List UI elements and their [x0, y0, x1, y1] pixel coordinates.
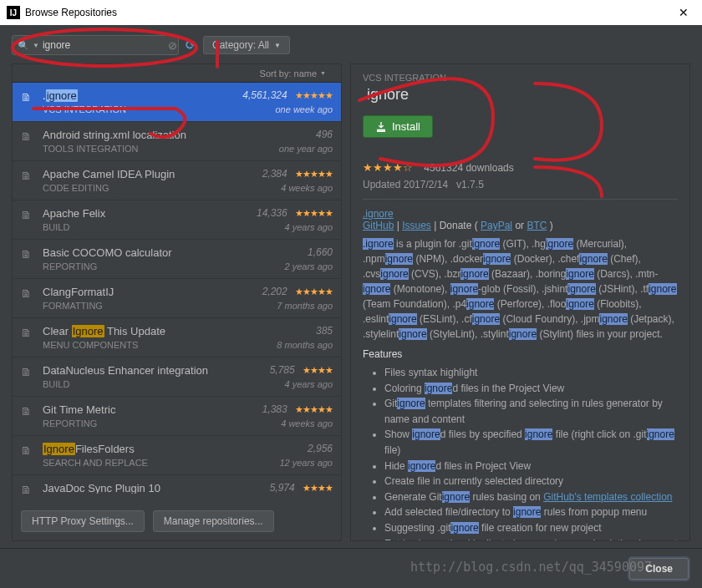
window-close-button[interactable]: ✕ — [672, 6, 695, 19]
item-name: ClangFormatIJ — [43, 286, 241, 298]
repository-list-item[interactable]: 🗎Android string.xml localizationTOOLS IN… — [13, 122, 341, 161]
feature-item: Gitignore templates filtering and select… — [384, 396, 678, 427]
item-downloads: 4,561,324 — [242, 89, 287, 101]
item-name: Apache Camel IDEA Plugin — [43, 168, 241, 180]
repository-list-item[interactable]: 🗎Basic COCOMO calculatorREPORTING1,6602 … — [13, 240, 341, 279]
install-button[interactable]: Install — [363, 115, 433, 138]
item-category: REPORTING — [43, 418, 241, 428]
item-name: Clear Ignore This Update — [43, 325, 241, 337]
item-category: FORMATTING — [43, 301, 241, 311]
http-proxy-button[interactable]: HTTP Proxy Settings... — [21, 510, 145, 532]
item-downloads: 14,336 — [257, 207, 287, 219]
repository-list-item[interactable]: 🗎IgnoreFilesFoldersSEARCH AND REPLACE2,9… — [13, 436, 341, 475]
feature-item: Create file in currently selected direct… — [384, 474, 678, 489]
item-name: DataNucleus Enhancer integration — [43, 364, 241, 377]
download-icon — [375, 121, 387, 133]
plugin-icon: 🗎 — [21, 248, 36, 271]
item-date: 8 months ago — [241, 340, 333, 350]
title-bar: IJ Browse Repositories ✕ — [0, 0, 702, 25]
feature-item: Entries inspection (duplicated, covered,… — [384, 536, 678, 541]
plugin-icon: 🗎 — [21, 130, 36, 154]
chevron-down-icon[interactable]: ▼ — [33, 42, 39, 49]
item-downloads: 496 — [316, 129, 333, 140]
detail-category: VCS INTEGRATION — [363, 73, 678, 83]
item-category: CODE EDITING — [43, 183, 241, 193]
item-date: 7 months ago — [241, 301, 333, 311]
close-button[interactable]: Close — [629, 558, 689, 580]
item-name: JavaDoc Sync Plugin 10 — [43, 482, 241, 494]
search-input[interactable] — [43, 39, 168, 51]
item-stars: ★★★★★ — [295, 286, 333, 297]
repository-list-item[interactable]: 🗎DataNucleus Enhancer integrationBUILD5,… — [13, 357, 341, 397]
app-logo-icon: IJ — [7, 6, 20, 19]
item-category: BUILD — [43, 379, 241, 389]
feature-item: Add selected file/directory to ignore ru… — [384, 504, 678, 520]
item-category: SEARCH AND REPLACE — [43, 458, 241, 468]
issues-link[interactable]: Issues — [402, 220, 431, 231]
item-date: 2 years ago — [241, 261, 333, 271]
detail-description: .ignore is a plugin for .gitignore (GIT)… — [363, 236, 678, 342]
manage-repos-button[interactable]: Manage repositories... — [153, 510, 274, 532]
item-category: VCS INTEGRATION — [43, 104, 241, 114]
feature-item: Files syntax highlight — [384, 365, 678, 381]
feature-item: Generate Gitignore rules basing on GitHu… — [384, 489, 678, 505]
item-downloads: 385 — [316, 325, 333, 337]
repository-list-item[interactable]: 🗎Apache FelixBUILD14,336 ★★★★★4 years ag… — [13, 200, 341, 240]
btc-link[interactable]: BTC — [526, 220, 547, 231]
item-stars: ★★★★★ — [295, 90, 333, 100]
plugin-icon: 🗎 — [21, 366, 36, 389]
repository-list-item[interactable]: 🗎ClangFormatIJFORMATTING2,202 ★★★★★7 mon… — [13, 279, 341, 318]
divider — [363, 199, 678, 200]
feature-item: Coloring ignored files in the Project Vi… — [384, 381, 678, 397]
item-category: BUILD — [43, 222, 241, 232]
main-split: Sort by: name ▼ 🗎.ignoreVCS INTEGRATION4… — [12, 63, 690, 541]
chevron-down-icon: ▼ — [274, 42, 281, 49]
item-downloads: 2,384 — [262, 168, 287, 180]
item-date: 4 weeks ago — [241, 183, 333, 193]
item-date: 4 weeks ago — [241, 418, 333, 428]
repository-list-item[interactable]: 🗎.ignoreVCS INTEGRATION4,561,324 ★★★★★on… — [13, 83, 341, 122]
item-name: Basic COCOMO calculator — [43, 246, 241, 259]
chevron-down-icon: ▼ — [320, 70, 326, 76]
github-link[interactable]: GitHub — [363, 220, 394, 231]
sort-header[interactable]: Sort by: name ▼ — [13, 64, 341, 83]
clear-search-button[interactable]: ⊘ — [168, 39, 177, 52]
feature-item: Hide ignored files in Project View — [384, 459, 678, 474]
repository-list-item[interactable]: 🗎Git Time MetricREPORTING1,383 ★★★★★4 we… — [13, 397, 341, 436]
item-name: IgnoreFilesFolders — [43, 443, 241, 455]
plugin-icon: 🗎 — [21, 327, 36, 350]
plugin-icon: 🗎 — [21, 484, 36, 494]
repository-list-item[interactable]: 🗎Apache Camel IDEA PluginCODE EDITING2,3… — [13, 161, 341, 200]
refresh-icon[interactable]: ⟳ — [186, 38, 196, 53]
item-downloads: 5,785 — [270, 364, 295, 376]
item-name: Git Time Metric — [43, 403, 241, 416]
item-stars: ★★★★ — [303, 365, 333, 375]
toolbar: 🔍 ▼ ⊘ ⟳ Category: All ▼ — [12, 35, 690, 55]
item-date: one week ago — [241, 104, 333, 114]
item-downloads: 2,956 — [308, 443, 333, 454]
item-stars: ★★★★★ — [295, 169, 333, 179]
category-filter-button[interactable]: Category: All ▼ — [203, 36, 290, 54]
search-input-container[interactable]: 🔍 ▼ ⊘ — [12, 35, 179, 55]
window-title: Browse Repositories — [25, 7, 672, 18]
item-downloads: 1,660 — [308, 246, 333, 258]
paypal-link[interactable]: PayPal — [481, 220, 512, 231]
item-name: Apache Felix — [43, 207, 241, 220]
name-link[interactable]: .ignore — [363, 208, 394, 220]
detail-updated: Updated 2017/2/14 v1.7.5 — [363, 179, 678, 190]
detail-stars: ★★★★☆ — [363, 161, 413, 174]
plugin-icon: 🗎 — [21, 209, 36, 232]
detail-panel: VCS INTEGRATION .ignore Install ★★★★☆ 45… — [350, 63, 690, 541]
item-category: TOOLS INTEGRATION — [43, 144, 241, 154]
features-list: Files syntax highlightColoring ignored f… — [363, 365, 678, 541]
repository-list-item[interactable]: 🗎JavaDoc Sync Plugin 105,974 ★★★★ — [13, 475, 341, 494]
repository-list-item[interactable]: 🗎Clear Ignore This UpdateMENU COMPONENTS… — [13, 318, 341, 357]
item-stars: ★★★★★ — [295, 404, 333, 414]
item-date: 4 years ago — [241, 222, 333, 232]
plugin-icon: 🗎 — [21, 91, 36, 114]
item-downloads: 2,202 — [262, 286, 287, 297]
item-stars: ★★★★ — [303, 483, 333, 493]
item-category: REPORTING — [43, 261, 241, 271]
item-downloads: 1,383 — [262, 403, 287, 415]
repository-list[interactable]: 🗎.ignoreVCS INTEGRATION4,561,324 ★★★★★on… — [13, 83, 341, 494]
